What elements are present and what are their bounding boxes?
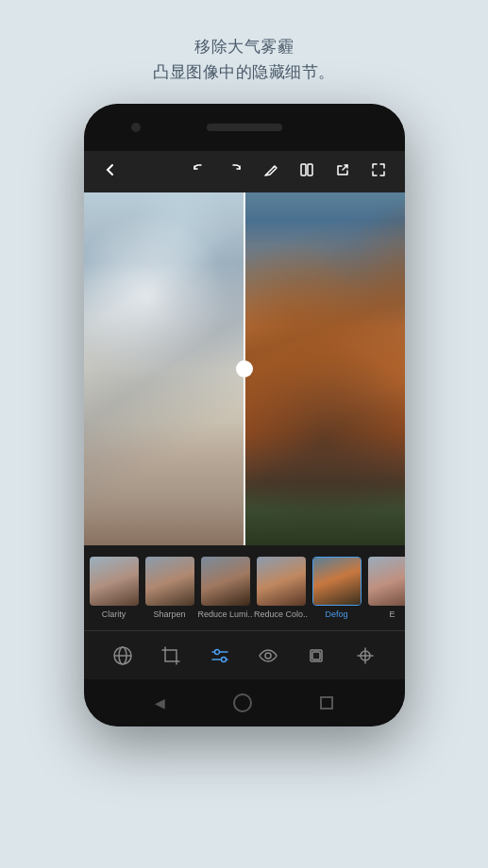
svg-rect-0 bbox=[301, 164, 306, 175]
nav-home-button[interactable] bbox=[233, 693, 252, 712]
thumbnail-reduce-colo-img bbox=[257, 557, 306, 606]
mountain-overlay-right bbox=[244, 192, 405, 545]
svg-point-6 bbox=[214, 649, 219, 654]
image-before bbox=[84, 192, 244, 545]
thumbnail-sharpen[interactable]: Sharpen bbox=[143, 557, 196, 619]
thumbnail-clarity-label: Clarity bbox=[102, 609, 126, 619]
fullscreen-button[interactable] bbox=[365, 162, 392, 181]
undo-button[interactable] bbox=[186, 162, 212, 181]
image-area[interactable] bbox=[84, 192, 405, 545]
phone-bottom-bar: ◀ bbox=[84, 679, 405, 726]
thumbnail-reduce-lumi-img bbox=[201, 557, 250, 606]
thumbnail-strip: Clarity Sharpen Reduce Lumi.. bbox=[84, 545, 405, 630]
thumbnail-sharpen-img bbox=[145, 557, 194, 606]
thumbnail-defog[interactable]: Defog bbox=[311, 557, 363, 619]
thumbnail-reduce-lumi[interactable]: Reduce Lumi.. bbox=[199, 557, 252, 619]
phone-screen: Clarity Sharpen Reduce Lumi.. bbox=[84, 151, 405, 679]
phone-speaker bbox=[207, 124, 282, 131]
edit-button[interactable] bbox=[258, 162, 284, 181]
heal-button[interactable] bbox=[348, 639, 382, 673]
page-wrapper: 移除大气雾霾 凸显图像中的隐藏细节。 bbox=[0, 0, 488, 868]
selective-button[interactable] bbox=[251, 639, 285, 673]
split-handle[interactable] bbox=[236, 360, 253, 377]
phone-camera bbox=[131, 123, 141, 132]
presets-button[interactable] bbox=[106, 639, 140, 673]
bottom-toolbar bbox=[84, 630, 405, 679]
adjust-button[interactable] bbox=[203, 639, 237, 673]
redo-button[interactable] bbox=[222, 162, 248, 181]
thumbnail-clarity-img bbox=[90, 557, 139, 606]
crop-button[interactable] bbox=[154, 639, 188, 673]
toolbar-right-icons bbox=[186, 162, 392, 181]
share-button[interactable] bbox=[329, 162, 356, 181]
phone-frame: Clarity Sharpen Reduce Lumi.. bbox=[84, 104, 405, 726]
thumbnail-reduce-colo[interactable]: Reduce Colo.. bbox=[255, 557, 308, 619]
thumbnail-e-label: E bbox=[389, 609, 395, 619]
layers-button[interactable] bbox=[299, 639, 333, 673]
image-after bbox=[244, 192, 405, 545]
app-toolbar bbox=[84, 151, 405, 192]
svg-point-8 bbox=[221, 657, 226, 661]
title-line1: 移除大气雾霾 bbox=[153, 34, 335, 59]
nav-back-button[interactable]: ◀ bbox=[155, 695, 165, 710]
svg-rect-11 bbox=[312, 652, 320, 659]
compare-button[interactable] bbox=[294, 162, 320, 181]
thumbnail-e[interactable]: E bbox=[366, 557, 405, 619]
svg-rect-1 bbox=[308, 164, 312, 175]
thumbnail-e-img bbox=[368, 557, 405, 606]
nav-recent-button[interactable] bbox=[320, 696, 333, 709]
thumbnail-sharpen-label: Sharpen bbox=[153, 609, 185, 619]
thumbnail-reduce-lumi-label: Reduce Lumi.. bbox=[197, 609, 252, 619]
top-description: 移除大气雾霾 凸显图像中的隐藏细节。 bbox=[115, 0, 373, 104]
thumbnail-reduce-colo-label: Reduce Colo.. bbox=[254, 609, 308, 619]
mountain-overlay-left bbox=[84, 192, 244, 545]
svg-point-9 bbox=[265, 653, 271, 659]
image-split bbox=[84, 192, 405, 545]
thumbnail-defog-img bbox=[312, 557, 362, 606]
thumbnail-defog-label: Defog bbox=[325, 609, 347, 619]
phone-top-bar bbox=[84, 104, 405, 151]
back-button[interactable] bbox=[97, 161, 124, 182]
title-line2: 凸显图像中的隐藏细节。 bbox=[153, 59, 335, 85]
thumbnail-clarity[interactable]: Clarity bbox=[88, 557, 141, 619]
split-divider[interactable] bbox=[244, 192, 245, 545]
